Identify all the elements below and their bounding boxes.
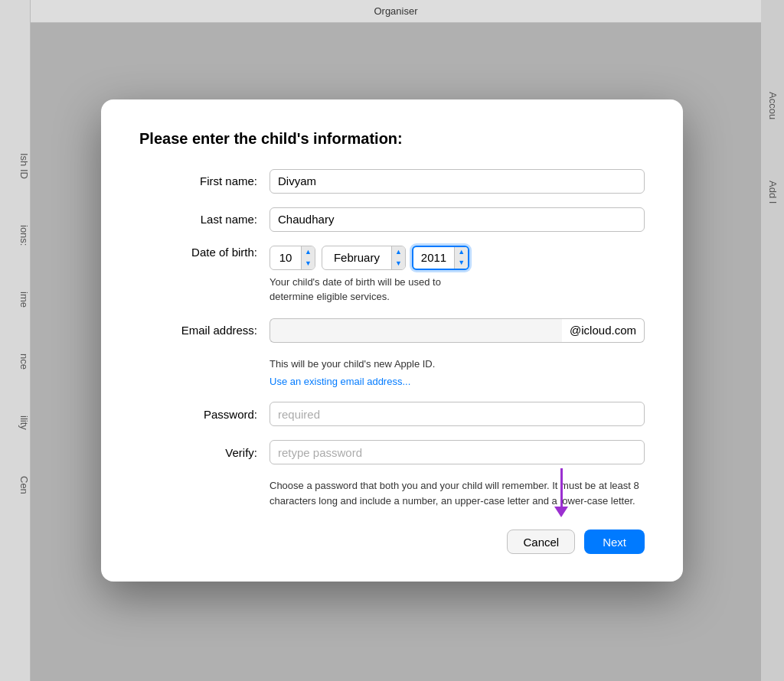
email-controls: @icloud.com	[270, 318, 645, 343]
dob-controls: 10 ▲ ▼ February ▲ ▼ 2011	[270, 246, 469, 270]
dob-month-arrows: ▲ ▼	[391, 246, 405, 269]
dob-day-down-arrow[interactable]: ▼	[302, 258, 315, 269]
email-label: Email address:	[139, 324, 270, 337]
dob-month-up-arrow[interactable]: ▲	[392, 246, 405, 258]
email-hint-text: This will be your child's new Apple ID.	[270, 357, 645, 372]
first-name-label: First name:	[139, 174, 270, 187]
dob-year-stepper[interactable]: 2011 ▲ ▼	[412, 246, 469, 270]
cancel-button[interactable]: Cancel	[507, 529, 575, 554]
dialog: Please enter the child's information: Fi…	[101, 99, 683, 582]
verify-input[interactable]	[270, 440, 645, 464]
dob-year-arrows: ▲ ▼	[454, 247, 468, 269]
first-name-row: First name:	[139, 169, 645, 194]
dob-day-value: 10	[270, 251, 301, 264]
dob-hint: Your child's date of birth will be used …	[270, 275, 645, 305]
dialog-title: Please enter the child's information:	[139, 130, 645, 148]
dob-label: Date of birth:	[139, 246, 270, 259]
email-input[interactable]	[270, 318, 562, 343]
dob-day-up-arrow[interactable]: ▲	[302, 246, 315, 258]
use-existing-email-link[interactable]: Use an existing email address...	[270, 376, 410, 387]
verify-label: Verify:	[139, 446, 270, 459]
last-name-row: Last name:	[139, 207, 645, 232]
arrow-head	[554, 507, 568, 517]
dob-day-stepper[interactable]: 10 ▲ ▼	[270, 246, 315, 270]
dob-month-stepper[interactable]: February ▲ ▼	[322, 246, 406, 270]
password-input[interactable]	[270, 402, 645, 426]
password-label: Password:	[139, 408, 270, 421]
arrow-annotation	[554, 468, 568, 517]
modal-backdrop: Please enter the child's information: Fi…	[0, 0, 784, 681]
dob-row: Date of birth: 10 ▲ ▼ February ▲ ▼	[139, 246, 645, 270]
dob-month-value: February	[322, 251, 391, 264]
email-domain: @icloud.com	[562, 318, 645, 343]
first-name-input[interactable]	[270, 169, 645, 194]
last-name-input[interactable]	[270, 207, 645, 232]
email-row: Email address: @icloud.com	[139, 318, 645, 343]
dob-year-up-arrow[interactable]: ▲	[455, 247, 468, 258]
dob-month-down-arrow[interactable]: ▼	[392, 258, 405, 269]
verify-row: Verify:	[139, 440, 645, 464]
last-name-label: Last name:	[139, 213, 270, 226]
dob-year-down-arrow[interactable]: ▼	[455, 258, 468, 269]
email-hints: This will be your child's new Apple ID. …	[270, 357, 645, 389]
dob-day-arrows: ▲ ▼	[301, 246, 315, 269]
arrow-line	[560, 468, 563, 507]
dob-year-value: 2011	[413, 251, 454, 264]
modal-footer: Cancel Next	[139, 529, 645, 554]
password-hint: Choose a password that both you and your…	[270, 478, 645, 508]
password-row: Password:	[139, 402, 645, 426]
next-button[interactable]: Next	[584, 529, 645, 554]
